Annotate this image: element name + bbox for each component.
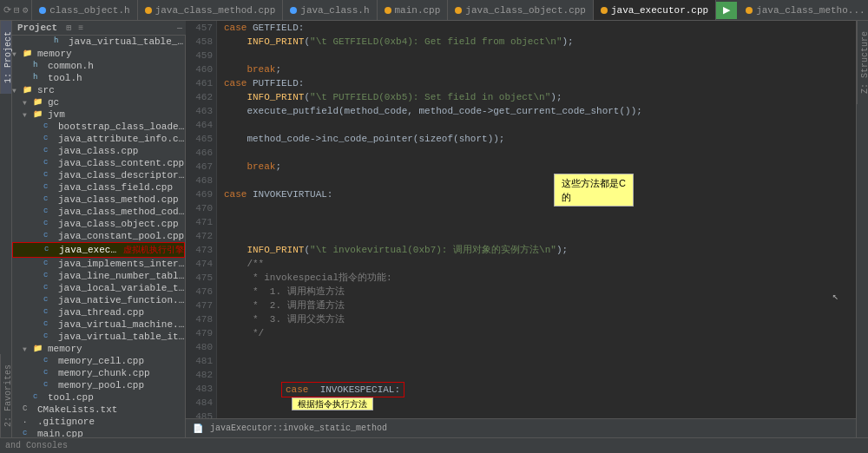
tree-item[interactable]: c main.cpp [12,428,185,437]
code-line: * invokespecial指令的功能: [224,271,849,285]
bottom-bar: 📄 javaExecutor::invoke_static_method [186,418,856,437]
tree-item[interactable]: c java_line_number_table.cpp [12,270,185,282]
tree-item[interactable]: c java_virtual_table_item.cpp [12,331,185,343]
bottom-status-text: javaExecutor::invoke_static_method [210,423,387,433]
tree-item[interactable]: c java_class_content.cpp [12,157,185,169]
file-icon: c [43,170,56,181]
code-line: case GETFIELD: [224,21,849,35]
code-line: break; [224,62,849,76]
tab-java-class-method-cpp[interactable]: java_class_method.cpp [138,0,284,21]
item-label: java_local_variable_table.cpp [58,283,185,293]
project-gear-btn[interactable]: ≡ [75,22,87,35]
tree-item[interactable]: c java_class_method.cpp [12,194,185,206]
file-icon: c [43,319,56,330]
tree-item[interactable]: c java_implements_interface.cpp [12,258,185,270]
tree-item[interactable]: c memory_chunk.cpp [12,367,185,379]
tab-java-class-object-cpp[interactable]: java_class_object.cpp [448,0,594,21]
project-header: Project ⊞ ≡ — [12,21,186,36]
sync-icon[interactable]: ⟳ [3,4,11,16]
file-icon: c [43,158,56,168]
file-icon: c [43,146,56,156]
tab-java-executor-cpp[interactable]: java_executor.cpp [594,0,716,21]
item-label: java_class_method_code.cpp [58,207,185,217]
tree-item[interactable]: 📁 gc [12,96,185,108]
code-line: method_code->inc_code_pointer(sizeof(sho… [224,132,849,146]
tab-main-cpp[interactable]: main.cpp [378,0,449,21]
tree-item[interactable]: 📁 src [12,84,185,96]
tree-item[interactable]: c memory_pool.cpp [12,379,185,391]
tree-item[interactable]: 📁 jvm [12,108,185,121]
tree-item[interactable]: 📁 memory [12,48,185,60]
tree-item[interactable]: c java_local_variable_table.cpp [12,282,185,294]
item-label: main.cpp [37,429,83,437]
file-icon: c [43,207,56,217]
tree-item[interactable]: c java_class_descriptor_item.cpp [12,169,185,181]
structure-tab[interactable]: Z: Structure [857,21,868,104]
project-hide-btn[interactable]: — [174,22,186,35]
tree-item[interactable]: h java_virtual_table_item.h [12,36,185,48]
item-label: java_class.cpp [58,146,138,156]
favorites-tab[interactable]: 2: Favorites [0,354,11,437]
code-content: 457 458 459 460 461 462 463 464 465 466 … [186,21,856,418]
file-icon: c [43,307,56,318]
code-line: */ [224,326,849,340]
project-tab-label: 1: Project [3,31,13,83]
tab-label: java_class_method.cpp [155,5,276,16]
tab-java-class-metho2[interactable]: java_class_metho... [739,0,868,21]
tree-item[interactable]: c tool.cpp [12,391,185,404]
tree-item[interactable]: c java_attribute_info.cpp [12,133,185,145]
tab-icon [39,7,46,14]
tree-item[interactable]: h tool.h [12,72,185,84]
tree-item[interactable]: c java_native_function.cpp [12,294,185,306]
project-scope-btn[interactable]: ⊞ [62,21,75,35]
file-icon: h [33,61,45,71]
code-line: execute_putfield(method_code, method_cod… [224,104,849,118]
tree-item[interactable]: c java_virtual_machine.cpp [12,318,185,331]
favorites-tab-label: 2: Favorites [3,364,13,427]
item-label: memory [48,344,82,354]
gear-icon[interactable]: ⚙ [23,4,29,16]
tree-item[interactable]: c java_thread.cpp [12,306,185,318]
item-label: memory_cell.cpp [58,356,144,366]
split-icon[interactable]: ⊟ [14,4,20,16]
code-line: break; [224,160,849,174]
tree-item[interactable]: c java_class_field.cpp [12,181,185,194]
file-icon: c [43,231,56,241]
item-label: java_virtual_table_item.cpp [58,332,185,342]
file-icon: h [33,73,45,83]
file-icon: c [43,332,56,342]
tab-java-class-h[interactable]: java_class.h [283,0,377,21]
tree-item[interactable]: c memory_cell.cpp [12,355,185,367]
selected-file-item[interactable]: c java_executor.cpp 虚拟机执行引擎 [12,242,185,258]
code-line: case PUTFIELD: [224,76,849,90]
tab-label: main.cpp [395,5,441,16]
tree-item[interactable]: h common.h [12,60,185,72]
file-icon: c [43,219,56,229]
tab-icon [290,7,297,14]
file-icon: c [43,121,56,132]
file-icon: . [23,417,35,427]
tree-item[interactable]: C CMakeLists.txt [12,404,185,416]
tree-item[interactable]: 📁 memory [12,343,185,355]
item-label: java_virtual_table_item.h [69,36,185,47]
code-line: /** [224,257,849,271]
tab-class-object-h[interactable]: class_object.h [32,0,137,21]
run-button[interactable]: ▶ [716,2,737,19]
code-text-area[interactable]: case GETFIELD: INFO_PRINT("\t GETFIELD(0… [217,21,856,418]
tree-item[interactable]: c bootstrap_class_loader.cpp [12,121,185,133]
structure-panel: Z: Structure [856,21,868,437]
tree-item[interactable]: c java_class_method_code.cpp [12,206,185,218]
code-line [224,354,849,368]
tree-item[interactable]: c java_class_object.cpp [12,218,185,230]
file-icon: c [33,392,45,403]
tree-item[interactable]: c java_class.cpp [12,145,185,157]
tab-icon [455,7,462,14]
folder-icon: 📁 [33,109,45,120]
status-strip: and Consoles [0,437,868,453]
item-label: java_executor.cpp [59,245,120,255]
tree-item[interactable]: c java_constant_pool.cpp [12,230,185,242]
tree-item[interactable]: . .gitignore [12,416,185,428]
tab-label: java_class.h [300,5,369,16]
item-label: java_class_descriptor_item.cpp [58,170,185,181]
project-tab[interactable]: 1: Project [0,21,11,94]
